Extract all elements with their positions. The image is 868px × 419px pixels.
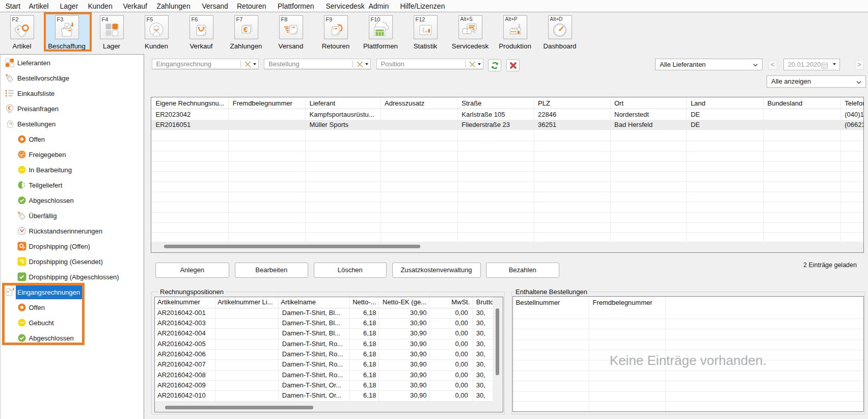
svg-text:€: € <box>243 25 248 34</box>
svg-text:€: € <box>8 105 11 111</box>
